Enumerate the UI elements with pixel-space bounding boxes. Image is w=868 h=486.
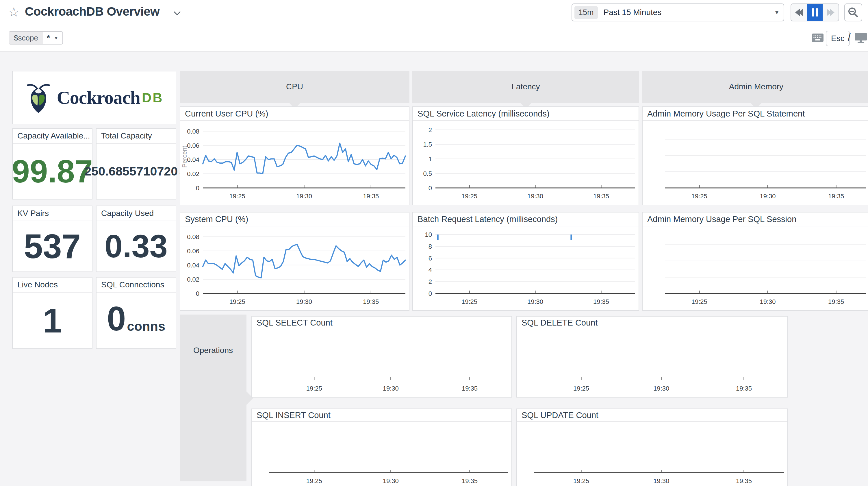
cockroach-bug-icon (25, 82, 52, 114)
svg-text:19:25: 19:25 (573, 477, 589, 485)
chart-title: SQL UPDATE Count (517, 409, 787, 422)
chart-plot-sql-service-latency[interactable]: 00.511.5219:2519:3019:35 (413, 121, 639, 205)
metric-card-capacity-available[interactable]: Capacity Available... 99.87 (12, 128, 92, 199)
svg-text:19:35: 19:35 (363, 298, 379, 305)
svg-text:19:35: 19:35 (828, 193, 844, 200)
svg-text:8: 8 (429, 243, 432, 250)
svg-text:0.5: 0.5 (423, 170, 432, 177)
chart-card-sql-update-count: SQL UPDATE Count 19:2519:3019:35 (516, 408, 788, 486)
group-header-admin-memory[interactable]: Admin Memory (642, 71, 868, 103)
chart-plot-admin-memory-session[interactable]: 19:2519:3019:35 (643, 226, 868, 310)
svg-text:0.04: 0.04 (187, 262, 199, 269)
magnifier-minus-icon (847, 7, 859, 18)
cockroachdb-logo-card: Cockroach DB (12, 71, 176, 124)
metric-value: 537 (24, 229, 81, 263)
template-variable-scope[interactable]: $scope *▼ (9, 31, 63, 45)
chart-title: Admin Memory Usage Per SQL Statement (643, 107, 868, 121)
logo-wordmark-suffix: DB (142, 90, 163, 106)
metric-card-capacity-used[interactable]: Capacity Used 0.33 (96, 205, 176, 272)
svg-text:0: 0 (429, 290, 432, 297)
group-header-cpu[interactable]: CPU (180, 71, 409, 103)
svg-text:19:30: 19:30 (653, 477, 669, 485)
chart-card-batch-request-latency: Batch Request Latency (milliseconds) 024… (412, 212, 639, 311)
metric-card-sql-connections[interactable]: SQL Connections 0 conns (96, 277, 176, 349)
svg-text:19:30: 19:30 (527, 193, 543, 200)
favorite-star-icon[interactable]: ☆ (8, 6, 19, 19)
metric-card-title: Capacity Used (96, 206, 176, 221)
pause-button[interactable] (807, 4, 823, 21)
metric-value: 0.33 (104, 230, 167, 262)
svg-text:19:30: 19:30 (296, 193, 312, 200)
svg-text:19:35: 19:35 (593, 298, 609, 305)
svg-text:19:35: 19:35 (462, 385, 477, 392)
chart-plot-system-cpu[interactable]: 00.020.040.060.0819:2519:3019:35 (180, 226, 409, 310)
chart-plot-sql-delete-count[interactable]: 19:2519:3019:35 (517, 329, 787, 397)
svg-text:0.02: 0.02 (187, 276, 199, 283)
chart-title: SQL DELETE Count (517, 317, 787, 329)
svg-text:2: 2 (429, 278, 432, 285)
svg-text:19:25: 19:25 (461, 193, 477, 200)
svg-text:19:25: 19:25 (229, 298, 245, 305)
chart-plot-admin-memory-statement[interactable]: 19:2519:3019:35 (643, 121, 868, 205)
metric-card-title: SQL Connections (96, 278, 176, 293)
metric-value: 99.87 (12, 155, 93, 188)
svg-text:6: 6 (429, 255, 432, 262)
chart-title: SQL INSERT Count (252, 409, 512, 422)
chart-plot-sql-update-count[interactable]: 19:2519:3019:35 (517, 422, 787, 486)
esc-key-button[interactable]: Esc (826, 31, 850, 46)
dashboard-canvas: Cockroach DB Capacity Available... 99.87… (0, 52, 868, 486)
slash-shortcut-label: / (848, 31, 851, 44)
chart-title: Current User CPU (%) (180, 107, 409, 121)
chart-plot-sql-insert-count[interactable]: 19:2519:3019:35 (252, 422, 512, 486)
scope-variable-value: * (47, 33, 50, 42)
chart-card-sql-service-latency: SQL Service Latency (milliseconds) 00.51… (412, 106, 639, 205)
chart-title: SQL SELECT Count (252, 317, 512, 329)
metric-value: 1 (43, 304, 62, 338)
svg-text:19:25: 19:25 (306, 477, 322, 485)
page-title: CockroachDB Overview (25, 5, 159, 19)
svg-text:19:25: 19:25 (691, 193, 707, 200)
chart-title: System CPU (%) (180, 212, 409, 226)
svg-text:19:25: 19:25 (229, 193, 245, 200)
chart-card-admin-memory-statement: Admin Memory Usage Per SQL Statement 19:… (642, 106, 868, 205)
svg-text:19:30: 19:30 (383, 477, 399, 485)
time-range-selector[interactable]: 15m Past 15 Minutes ▾ (571, 3, 784, 21)
time-range-caret-icon: ▾ (775, 9, 778, 16)
playback-controls (790, 3, 839, 21)
scope-caret-icon: ▼ (54, 35, 58, 40)
chart-title: Batch Request Latency (milliseconds) (413, 212, 639, 226)
chart-plot-sql-select-count[interactable]: 19:2519:3019:35 (252, 329, 512, 397)
chart-plot-current-user-cpu[interactable]: 00.020.040.060.0819:2519:3019:35Percent (180, 121, 409, 205)
pause-icon (812, 8, 814, 17)
metric-card-live-nodes[interactable]: Live Nodes 1 (12, 277, 92, 349)
svg-text:0.06: 0.06 (187, 248, 199, 255)
svg-text:19:35: 19:35 (363, 193, 379, 200)
svg-text:10: 10 (425, 231, 432, 238)
chart-card-admin-memory-session: Admin Memory Usage Per SQL Session 19:25… (642, 212, 868, 311)
rewind-button[interactable] (791, 4, 807, 21)
svg-text:19:25: 19:25 (691, 298, 707, 305)
zoom-out-button[interactable] (844, 3, 862, 21)
title-dropdown-chevron-icon[interactable] (174, 11, 181, 17)
svg-text:19:35: 19:35 (462, 477, 477, 485)
svg-text:19:30: 19:30 (296, 298, 312, 305)
chart-plot-batch-request-latency[interactable]: 024681019:2519:3019:35 (413, 226, 639, 310)
svg-text:1: 1 (429, 155, 432, 163)
svg-text:1.5: 1.5 (423, 141, 432, 148)
group-header-operations[interactable]: Operations (180, 315, 246, 481)
fullscreen-monitor-icon[interactable] (855, 33, 867, 45)
svg-text:19:30: 19:30 (760, 298, 776, 305)
time-range-badge: 15m (575, 6, 598, 19)
metric-card-kv-pairs[interactable]: KV Pairs 537 (12, 205, 92, 272)
fast-forward-button[interactable] (823, 4, 839, 21)
chart-title: Admin Memory Usage Per SQL Session (643, 212, 868, 226)
svg-text:19:35: 19:35 (736, 477, 752, 485)
keyboard-shortcuts-icon[interactable] (812, 33, 824, 44)
metric-card-total-capacity[interactable]: Total Capacity 250.6855710720 GB (96, 128, 176, 199)
metric-unit: conns (127, 319, 165, 334)
svg-text:19:30: 19:30 (760, 193, 776, 200)
scope-variable-name: $scope (9, 32, 43, 44)
group-header-latency[interactable]: Latency (412, 71, 639, 103)
svg-text:0: 0 (196, 290, 199, 297)
svg-text:0.02: 0.02 (187, 170, 199, 177)
